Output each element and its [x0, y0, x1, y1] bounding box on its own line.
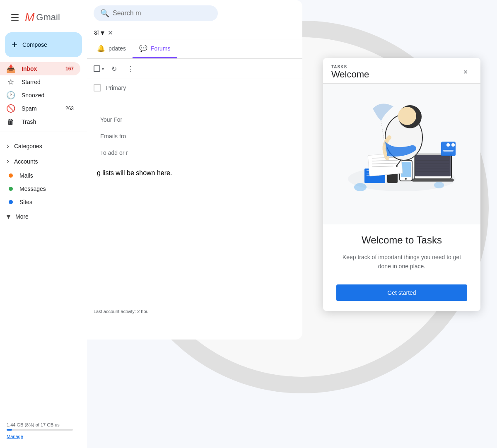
gmail-sidebar: M Gmail + Compose 📥 Inbox 167 ☆ Starred …	[0, 0, 87, 448]
gmail-logo-m: M	[25, 11, 34, 24]
tasks-content: Welcome to Tasks Keep track of important…	[323, 224, 480, 311]
tasks-illustration	[323, 84, 480, 224]
primary-label: Primary	[106, 84, 126, 91]
svg-point-31	[396, 165, 398, 167]
snoozed-label: Snoozed	[22, 92, 44, 99]
trash-icon: 🗑	[7, 118, 15, 126]
tasks-description: Keep track of important things you need …	[336, 253, 467, 271]
search-icon: 🔍	[100, 9, 109, 18]
sidebar-item-snoozed[interactable]: 🕐 Snoozed	[0, 89, 80, 102]
select-all-wrapper[interactable]: ▾	[94, 65, 104, 72]
gmail-main-panel: 🔍 अ ▾ ✕ 🔔 pdates 💬 Forums ▾ ↻ ⋮ Primary	[87, 0, 302, 340]
hamburger-icon	[11, 14, 19, 21]
trash-label: Trash	[22, 118, 36, 125]
close-language-button[interactable]: ✕	[108, 29, 113, 37]
search-input[interactable]	[113, 10, 211, 17]
sidebar-categories-header[interactable]: › Categories	[0, 138, 87, 154]
empty-message-area: g lists will be shown here.	[97, 169, 292, 177]
sidebar-accounts-header[interactable]: › Accounts	[0, 154, 87, 169]
tasks-welcome-title: Welcome to Tasks	[336, 234, 467, 246]
sidebar-item-messages[interactable]: Messages	[0, 182, 80, 195]
forum-item-1: Your For	[97, 113, 292, 126]
language-button[interactable]: अ ▾	[94, 28, 104, 37]
forum-item-3: To add or r	[97, 146, 292, 159]
storage-fill	[7, 429, 12, 431]
tasks-panel-title: Welcome	[331, 69, 369, 80]
forums-tab-label: Forums	[151, 45, 170, 52]
svg-point-40	[354, 183, 367, 191]
svg-point-37	[446, 143, 450, 147]
tasks-close-button[interactable]: ×	[459, 66, 472, 79]
svg-rect-2	[415, 155, 451, 176]
lang-symbol: अ	[94, 29, 99, 37]
search-bar[interactable]: 🔍	[94, 5, 218, 21]
snoozed-icon: 🕐	[7, 91, 15, 99]
messages-label: Messages	[19, 185, 46, 192]
categories-chevron-icon: ›	[7, 142, 9, 150]
sidebar-footer: 1.44 GB (8%) of 17 GB us Manage	[7, 422, 87, 440]
svg-point-11	[405, 178, 407, 180]
forum-item-label-3: To add or r	[100, 149, 128, 156]
accounts-chevron-icon: ›	[7, 157, 9, 166]
tasks-label: TASKS	[331, 65, 369, 69]
sites-dot-icon	[9, 200, 13, 204]
spam-label: Spam	[22, 105, 37, 112]
accounts-label: Accounts	[14, 158, 38, 165]
tasks-panel: TASKS Welcome ×	[323, 58, 480, 311]
sidebar-item-starred[interactable]: ☆ Starred	[0, 75, 80, 89]
compose-button[interactable]: + Compose	[5, 32, 82, 57]
inbox-label: Inbox	[22, 65, 37, 72]
more-label: More	[15, 213, 29, 220]
tab-updates[interactable]: 🔔 pdates	[90, 39, 133, 58]
tasks-illustration-svg	[340, 92, 464, 216]
sidebar-item-mails[interactable]: Mails	[0, 169, 80, 182]
starred-label: Starred	[22, 79, 41, 85]
gmail-toolbar: 🔍	[87, 0, 302, 26]
updates-tab-icon: 🔔	[97, 44, 105, 52]
manage-storage-link[interactable]: Manage	[7, 434, 23, 439]
last-activity-text: Last account activity: 2 hou	[94, 309, 149, 314]
svg-point-41	[434, 182, 444, 188]
get-started-button[interactable]: Get started	[336, 284, 467, 301]
tabs-row: 🔔 pdates 💬 Forums	[87, 39, 302, 59]
empty-message: g lists will be shown here.	[97, 169, 172, 176]
more-chevron-icon: ▾	[7, 212, 10, 221]
forum-content: Your For Emails fro To add or r g lists …	[87, 96, 302, 193]
tasks-header: TASKS Welcome ×	[323, 58, 480, 84]
svg-rect-39	[443, 150, 454, 152]
last-activity-area: Last account activity: 2 hou	[94, 307, 302, 315]
spam-badge: 263	[65, 106, 74, 111]
gmail-logo: M Gmail	[25, 11, 60, 24]
sidebar-item-inbox[interactable]: 📥 Inbox 167	[0, 62, 80, 75]
email-list-toolbar: ▾ ↻ ⋮	[87, 59, 302, 79]
sidebar-item-spam[interactable]: 🚫 Spam 263	[0, 102, 80, 115]
menu-button[interactable]	[7, 9, 23, 26]
sidebar-item-trash[interactable]: 🗑 Trash	[0, 115, 80, 128]
mails-dot-icon	[9, 173, 13, 178]
language-bar: अ ▾ ✕	[87, 26, 302, 39]
more-options-button[interactable]: ⋮	[124, 62, 137, 75]
divider	[0, 132, 87, 135]
categories-label: Categories	[14, 143, 42, 149]
forum-item-2: Emails fro	[97, 130, 292, 143]
primary-folder-row[interactable]: Primary	[87, 79, 302, 96]
select-all-checkbox[interactable]	[94, 65, 100, 72]
select-dropdown-icon[interactable]: ▾	[102, 67, 104, 71]
svg-point-38	[451, 143, 455, 147]
starred-icon: ☆	[7, 78, 15, 86]
messages-dot-icon	[9, 187, 13, 191]
forum-item-label-2: Emails fro	[100, 133, 126, 140]
forum-item-label-1: Your For	[100, 116, 122, 123]
sidebar-more-header[interactable]: ▾ More	[0, 209, 87, 224]
refresh-button[interactable]: ↻	[107, 62, 121, 75]
primary-checkbox[interactable]	[94, 84, 101, 92]
sidebar-item-sites[interactable]: Sites	[0, 195, 80, 209]
inbox-badge: 167	[65, 66, 74, 72]
forums-tab-icon: 💬	[139, 44, 147, 52]
spam-icon: 🚫	[7, 104, 15, 113]
compose-label: Compose	[22, 41, 47, 48]
svg-point-34	[398, 107, 416, 125]
mails-label: Mails	[19, 172, 33, 179]
storage-bar	[7, 429, 73, 431]
tab-forums[interactable]: 💬 Forums	[133, 39, 177, 58]
